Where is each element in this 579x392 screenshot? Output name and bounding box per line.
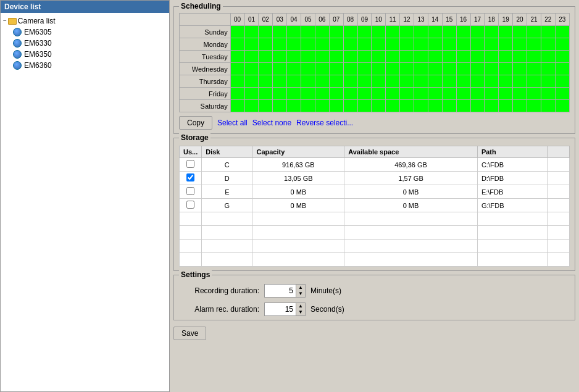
schedule-cell-thursday-7[interactable] xyxy=(329,75,343,88)
schedule-cell-tuesday-16[interactable] xyxy=(456,51,470,63)
schedule-cell-monday-10[interactable] xyxy=(372,38,386,51)
schedule-cell-saturday-2[interactable] xyxy=(259,100,273,112)
schedule-cell-sunday-5[interactable] xyxy=(301,26,315,38)
schedule-cell-thursday-2[interactable] xyxy=(259,75,273,88)
schedule-cell-monday-16[interactable] xyxy=(456,38,470,51)
schedule-cell-wednesday-15[interactable] xyxy=(442,63,456,75)
recording-duration-down[interactable]: ▼ xyxy=(296,291,305,297)
schedule-cell-tuesday-19[interactable] xyxy=(499,51,513,63)
schedule-cell-monday-6[interactable] xyxy=(315,38,329,51)
schedule-cell-thursday-19[interactable] xyxy=(499,75,513,88)
schedule-cell-friday-1[interactable] xyxy=(244,88,259,100)
alarm-duration-input[interactable] xyxy=(265,304,296,315)
schedule-cell-wednesday-13[interactable] xyxy=(414,63,428,75)
schedule-cell-saturday-10[interactable] xyxy=(372,100,386,112)
schedule-cell-monday-19[interactable] xyxy=(499,38,513,51)
schedule-cell-saturday-19[interactable] xyxy=(499,100,513,112)
schedule-cell-monday-3[interactable] xyxy=(273,38,287,51)
schedule-cell-thursday-18[interactable] xyxy=(485,75,499,88)
schedule-cell-thursday-15[interactable] xyxy=(442,75,456,88)
schedule-cell-wednesday-9[interactable] xyxy=(357,63,372,75)
schedule-cell-sunday-1[interactable] xyxy=(244,26,259,38)
recording-duration-input[interactable] xyxy=(265,285,296,296)
schedule-cell-thursday-10[interactable] xyxy=(372,75,386,88)
schedule-cell-monday-1[interactable] xyxy=(244,38,259,51)
camera-item-em6350[interactable]: EM6350 xyxy=(13,49,167,60)
camera-item-em6305[interactable]: EM6305 xyxy=(13,27,167,38)
schedule-cell-wednesday-3[interactable] xyxy=(273,63,287,75)
schedule-cell-thursday-8[interactable] xyxy=(343,75,357,88)
schedule-cell-thursday-0[interactable] xyxy=(230,75,244,88)
schedule-cell-thursday-21[interactable] xyxy=(527,75,541,88)
schedule-cell-friday-20[interactable] xyxy=(513,88,527,100)
schedule-cell-monday-9[interactable] xyxy=(357,38,372,51)
schedule-cell-saturday-8[interactable] xyxy=(343,100,357,112)
schedule-cell-thursday-13[interactable] xyxy=(414,75,428,88)
schedule-cell-tuesday-8[interactable] xyxy=(343,51,357,63)
schedule-cell-monday-2[interactable] xyxy=(259,38,273,51)
schedule-cell-tuesday-18[interactable] xyxy=(485,51,499,63)
schedule-cell-wednesday-17[interactable] xyxy=(470,63,485,75)
schedule-cell-sunday-15[interactable] xyxy=(442,26,456,38)
schedule-cell-tuesday-5[interactable] xyxy=(301,51,315,63)
schedule-cell-saturday-15[interactable] xyxy=(442,100,456,112)
schedule-cell-thursday-23[interactable] xyxy=(555,75,569,88)
schedule-cell-friday-22[interactable] xyxy=(541,88,555,100)
schedule-cell-sunday-3[interactable] xyxy=(273,26,287,38)
schedule-cell-sunday-14[interactable] xyxy=(428,26,442,38)
schedule-cell-wednesday-14[interactable] xyxy=(428,63,442,75)
storage-checkbox-e[interactable] xyxy=(186,187,194,195)
schedule-cell-saturday-0[interactable] xyxy=(230,100,244,112)
schedule-cell-tuesday-4[interactable] xyxy=(287,51,301,63)
schedule-cell-sunday-7[interactable] xyxy=(329,26,343,38)
schedule-cell-tuesday-15[interactable] xyxy=(442,51,456,63)
storage-checkbox-d[interactable] xyxy=(186,173,194,181)
schedule-cell-tuesday-2[interactable] xyxy=(259,51,273,63)
schedule-cell-wednesday-2[interactable] xyxy=(259,63,273,75)
schedule-cell-monday-15[interactable] xyxy=(442,38,456,51)
recording-duration-up[interactable]: ▲ xyxy=(296,285,305,291)
schedule-cell-monday-7[interactable] xyxy=(329,38,343,51)
schedule-cell-sunday-18[interactable] xyxy=(485,26,499,38)
schedule-cell-wednesday-0[interactable] xyxy=(230,63,244,75)
reverse-selection-button[interactable]: Reverse selecti... xyxy=(296,119,353,127)
copy-button[interactable]: Copy xyxy=(179,116,212,130)
schedule-cell-thursday-20[interactable] xyxy=(513,75,527,88)
schedule-cell-sunday-17[interactable] xyxy=(470,26,485,38)
schedule-cell-thursday-9[interactable] xyxy=(357,75,372,88)
tree-root[interactable]: − Camera list xyxy=(3,15,167,27)
schedule-cell-sunday-12[interactable] xyxy=(400,26,414,38)
schedule-cell-sunday-23[interactable] xyxy=(555,26,569,38)
schedule-cell-friday-0[interactable] xyxy=(230,88,244,100)
schedule-cell-friday-16[interactable] xyxy=(456,88,470,100)
schedule-cell-sunday-9[interactable] xyxy=(357,26,372,38)
schedule-cell-sunday-6[interactable] xyxy=(315,26,329,38)
schedule-cell-monday-23[interactable] xyxy=(555,38,569,51)
schedule-cell-sunday-20[interactable] xyxy=(513,26,527,38)
alarm-duration-down[interactable]: ▼ xyxy=(296,309,305,315)
schedule-cell-tuesday-7[interactable] xyxy=(329,51,343,63)
schedule-cell-wednesday-18[interactable] xyxy=(485,63,499,75)
schedule-cell-tuesday-10[interactable] xyxy=(372,51,386,63)
schedule-cell-saturday-4[interactable] xyxy=(287,100,301,112)
schedule-cell-thursday-4[interactable] xyxy=(287,75,301,88)
schedule-cell-monday-20[interactable] xyxy=(513,38,527,51)
schedule-cell-wednesday-5[interactable] xyxy=(301,63,315,75)
schedule-cell-friday-18[interactable] xyxy=(485,88,499,100)
schedule-cell-wednesday-7[interactable] xyxy=(329,63,343,75)
schedule-cell-saturday-20[interactable] xyxy=(513,100,527,112)
schedule-cell-thursday-5[interactable] xyxy=(301,75,315,88)
save-button[interactable]: Save xyxy=(173,327,206,340)
schedule-cell-thursday-11[interactable] xyxy=(386,75,400,88)
schedule-cell-tuesday-22[interactable] xyxy=(541,51,555,63)
schedule-cell-saturday-16[interactable] xyxy=(456,100,470,112)
schedule-cell-saturday-3[interactable] xyxy=(273,100,287,112)
schedule-cell-sunday-21[interactable] xyxy=(527,26,541,38)
schedule-cell-friday-7[interactable] xyxy=(329,88,343,100)
camera-item-em6330[interactable]: EM6330 xyxy=(13,38,167,49)
schedule-cell-thursday-12[interactable] xyxy=(400,75,414,88)
schedule-cell-thursday-17[interactable] xyxy=(470,75,485,88)
schedule-cell-wednesday-1[interactable] xyxy=(244,63,259,75)
schedule-cell-wednesday-22[interactable] xyxy=(541,63,555,75)
schedule-cell-saturday-5[interactable] xyxy=(301,100,315,112)
